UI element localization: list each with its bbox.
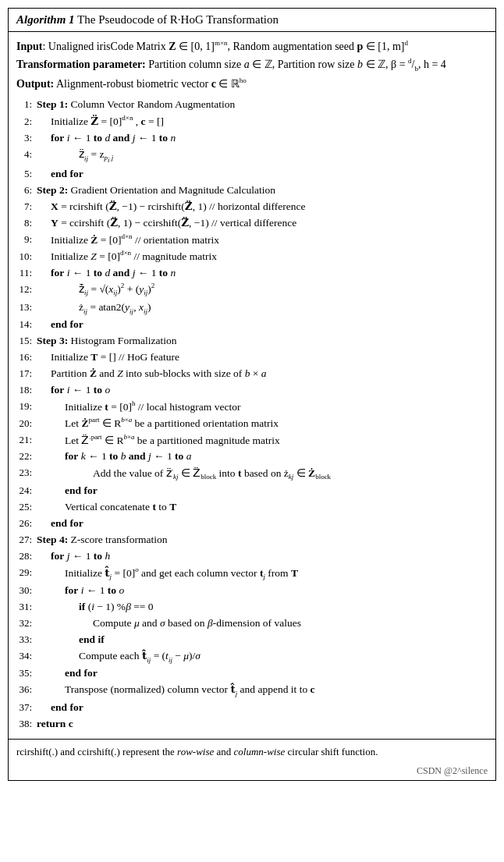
line-number: 18: — [16, 382, 37, 398]
line-number: 6: — [16, 183, 37, 198]
algorithm-container: Algorithm 1 The Pseudocode of R·HoG Tran… — [8, 8, 496, 781]
transform-text: Partition column size a ∈ ℤ, Partition r… — [146, 59, 446, 70]
footer-text-start: rcirshift(.) and ccirshift(.) represent … — [16, 746, 177, 757]
input-label: Input — [16, 41, 42, 52]
line-content: Y = ccirshift (Z̈, 1) − ccirshift(Z̈, −1… — [37, 215, 488, 232]
line-number: 29: — [16, 565, 37, 580]
line-number: 32: — [16, 615, 37, 631]
code-line: 25:Vertical concatenate t to T — [16, 499, 488, 516]
code-line: 15:Step 3: Histogram Formalization — [16, 333, 488, 349]
line-number: 37: — [16, 700, 37, 715]
line-content: Transpose (normalized) column vector t̂j… — [37, 682, 488, 700]
output-label: Output: — [16, 78, 54, 90]
line-number: 24: — [16, 483, 37, 498]
line-number: 9: — [16, 232, 37, 247]
code-line: 18:for i ← 1 to o — [16, 382, 488, 399]
code-line: 22:for k ← 1 to b and j ← 1 to a — [16, 449, 488, 465]
code-line: 28:for j ← 1 to h — [16, 548, 488, 565]
line-number: 4: — [16, 147, 37, 162]
line-number: 28: — [16, 548, 37, 564]
code-line: 21:Let Z̈.part ∈ Rb×a be a partitioned m… — [16, 432, 488, 449]
line-content: for i ← 1 to d and j ← 1 to n — [37, 130, 488, 147]
code-line: 29:Initialize t̂j = [0]o and get each co… — [16, 565, 488, 583]
line-content: Let Z̈.part ∈ Rb×a be a partitioned magn… — [37, 432, 488, 449]
code-block: 1:Step 1: Column Vector Random Augmentat… — [16, 97, 488, 732]
line-number: 12: — [16, 282, 37, 297]
input-line: Input: Unaligned irisCode Matrix Z ∈ [0,… — [16, 38, 488, 55]
line-content: Initialize Z̈ = [0]d×n , c = [] — [37, 113, 488, 129]
code-line: 31:if (i − 1) %β == 0 — [16, 599, 488, 615]
code-line: 38:return c — [16, 716, 488, 733]
code-line: 19:Initialize t = [0]h // local histogra… — [16, 399, 488, 415]
line-content: return c — [37, 716, 488, 733]
line-number: 30: — [16, 583, 37, 598]
footer-colwise: column-wise — [234, 746, 286, 757]
code-line: 32:Compute μ and σ based on β-dimension … — [16, 615, 488, 632]
line-content: end for — [37, 166, 488, 183]
line-number: 25: — [16, 499, 37, 515]
line-number: 21: — [16, 432, 37, 448]
line-number: 31: — [16, 599, 37, 615]
footer-rowwise: row-wise — [177, 746, 214, 757]
code-line: 33:end if — [16, 632, 488, 648]
line-number: 5: — [16, 166, 37, 182]
line-number: 33: — [16, 632, 37, 647]
line-content: Initialize t = [0]h // local histogram v… — [37, 399, 488, 415]
line-content: end for — [37, 483, 488, 499]
line-content: Compute each t̂ij = (tij − μ)/σ — [37, 648, 488, 666]
line-number: 13: — [16, 300, 37, 315]
code-line: 9:Initialize Ż = [0]d×n // orientation m… — [16, 232, 488, 248]
line-content: if (i − 1) %β == 0 — [37, 599, 488, 615]
footer: rcirshift(.) and ccirshift(.) represent … — [9, 739, 495, 766]
line-content: for i ← 1 to d and j ← 1 to n — [37, 265, 488, 282]
line-number: 27: — [16, 532, 37, 548]
code-line: 16:Initialize T = [] // HoG feature — [16, 349, 488, 366]
code-line: 13:żij = atan2(yij, xij) — [16, 300, 488, 317]
line-content: Initialize T = [] // HoG feature — [37, 349, 488, 366]
transform-label: Transformation parameter: — [16, 59, 146, 70]
line-content: for i ← 1 to o — [37, 382, 488, 399]
line-number: 23: — [16, 465, 37, 481]
line-number: 20: — [16, 416, 37, 431]
line-number: 19: — [16, 399, 37, 414]
footer-end: circular shift function. — [285, 746, 378, 757]
line-content: Add the value of z̈·kj ∈ Z̈block into t … — [37, 465, 488, 483]
code-line: 37:end for — [16, 700, 488, 716]
code-line: 23:Add the value of z̈·kj ∈ Z̈block into… — [16, 465, 488, 483]
code-line: 10:Initialize Z = [0]d×n // magnitude ma… — [16, 248, 488, 264]
code-line: 34:Compute each t̂ij = (tij − μ)/σ — [16, 648, 488, 666]
code-line: 14:end for — [16, 317, 488, 333]
line-number: 15: — [16, 333, 37, 349]
input-text: : Unaligned irisCode Matrix Z ∈ [0, 1]m×… — [42, 41, 408, 52]
line-content: Let Żpart ∈ Rb×a be a partitioned orient… — [37, 415, 488, 431]
line-number: 16: — [16, 349, 37, 365]
line-number: 36: — [16, 682, 37, 697]
output-text: Alignment-robust biometric vector c ∈ ℝh… — [54, 78, 247, 90]
line-content: end if — [37, 632, 488, 648]
line-content: z̈̇ij = √(xij)2 + (yij)2 — [37, 281, 488, 299]
line-content: end for — [37, 516, 488, 532]
line-number: 1: — [16, 97, 37, 112]
code-line: 2:Initialize Z̈ = [0]d×n , c = [] — [16, 113, 488, 129]
line-number: 26: — [16, 516, 37, 531]
line-number: 14: — [16, 317, 37, 332]
line-number: 8: — [16, 215, 37, 231]
line-content: for k ← 1 to b and j ← 1 to a — [37, 449, 488, 465]
line-content: Compute μ and σ based on β-dimension of … — [37, 615, 488, 632]
code-line: 8:Y = ccirshift (Z̈, 1) − ccirshift(Z̈, … — [16, 215, 488, 232]
line-content: end for — [37, 317, 488, 333]
line-content: Initialize t̂j = [0]o and get each colum… — [37, 565, 488, 583]
code-line: 27:Step 4: Z-score transformation — [16, 532, 488, 548]
line-content: for j ← 1 to h — [37, 548, 488, 565]
line-content: X = rcirshift (Z̈, −1) − rcirshift(Z̈, 1… — [37, 199, 488, 215]
code-line: 36:Transpose (normalized) column vector … — [16, 682, 488, 700]
line-number: 17: — [16, 366, 37, 381]
line-number: 22: — [16, 449, 37, 464]
line-content: Step 3: Histogram Formalization — [37, 333, 488, 349]
line-number: 38: — [16, 716, 37, 732]
algo-number: Algorithm 1 — [16, 13, 75, 26]
line-content: Step 1: Column Vector Random Augmentatio… — [37, 97, 488, 113]
code-line: 5:end for — [16, 166, 488, 183]
line-content: Vertical concatenate t to T — [37, 499, 488, 516]
code-line: 35:end for — [16, 665, 488, 682]
